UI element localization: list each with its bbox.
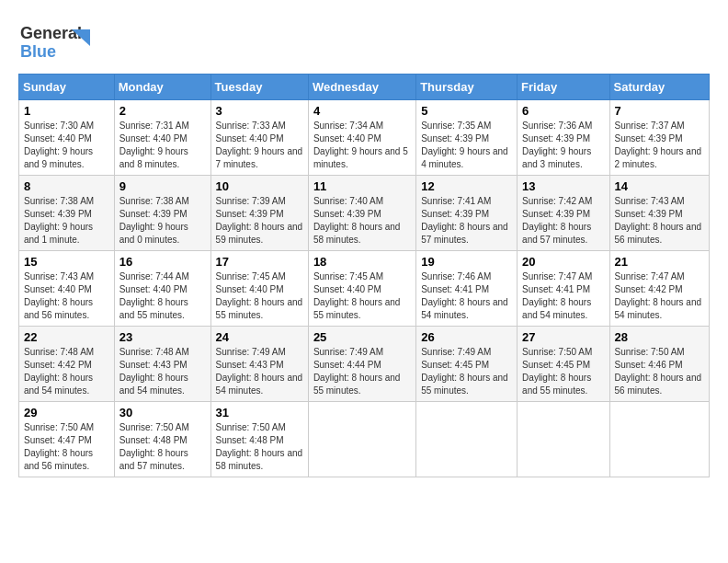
calendar-cell: 27Sunrise: 7:50 AMSunset: 4:45 PMDayligh… xyxy=(518,327,609,402)
day-number: 17 xyxy=(216,255,303,269)
logo: General Blue xyxy=(18,18,101,64)
day-info: Sunrise: 7:35 AMSunset: 4:39 PMDaylight:… xyxy=(421,120,512,171)
calendar-cell: 1Sunrise: 7:30 AMSunset: 4:40 PMDaylight… xyxy=(19,100,115,176)
day-number: 2 xyxy=(119,104,206,118)
day-of-week-header: Thursday xyxy=(416,75,518,100)
calendar-cell: 12Sunrise: 7:41 AMSunset: 4:39 PMDayligh… xyxy=(416,176,518,251)
day-info: Sunrise: 7:46 AMSunset: 4:41 PMDaylight:… xyxy=(421,270,512,322)
calendar-week-row: 22Sunrise: 7:48 AMSunset: 4:42 PMDayligh… xyxy=(19,327,710,402)
day-info: Sunrise: 7:40 AMSunset: 4:39 PMDaylight:… xyxy=(313,195,411,247)
day-info: Sunrise: 7:49 AMSunset: 4:43 PMDaylight:… xyxy=(216,346,303,397)
day-number: 1 xyxy=(24,104,109,118)
calendar-week-row: 15Sunrise: 7:43 AMSunset: 4:40 PMDayligh… xyxy=(19,251,710,327)
day-number: 23 xyxy=(119,330,206,344)
day-info: Sunrise: 7:38 AMSunset: 4:39 PMDaylight:… xyxy=(119,195,206,247)
day-info: Sunrise: 7:31 AMSunset: 4:40 PMDaylight:… xyxy=(119,120,206,171)
day-info: Sunrise: 7:44 AMSunset: 4:40 PMDaylight:… xyxy=(119,270,206,322)
day-number: 25 xyxy=(313,330,411,344)
calendar-cell: 21Sunrise: 7:47 AMSunset: 4:42 PMDayligh… xyxy=(609,251,709,327)
day-number: 14 xyxy=(615,179,704,193)
calendar-cell xyxy=(308,402,415,477)
calendar-cell: 11Sunrise: 7:40 AMSunset: 4:39 PMDayligh… xyxy=(308,176,415,251)
day-info: Sunrise: 7:49 AMSunset: 4:45 PMDaylight:… xyxy=(421,346,512,397)
calendar-week-row: 8Sunrise: 7:38 AMSunset: 4:39 PMDaylight… xyxy=(19,176,710,251)
calendar-cell: 6Sunrise: 7:36 AMSunset: 4:39 PMDaylight… xyxy=(518,100,609,176)
day-number: 13 xyxy=(522,179,604,193)
day-info: Sunrise: 7:36 AMSunset: 4:39 PMDaylight:… xyxy=(522,120,604,171)
day-number: 28 xyxy=(615,330,704,344)
day-info: Sunrise: 7:50 AMSunset: 4:47 PMDaylight:… xyxy=(24,421,109,473)
svg-text:General: General xyxy=(20,24,82,42)
day-of-week-header: Monday xyxy=(114,75,210,100)
calendar-cell: 2Sunrise: 7:31 AMSunset: 4:40 PMDaylight… xyxy=(114,100,210,176)
day-number: 4 xyxy=(313,104,411,118)
day-number: 20 xyxy=(522,255,604,269)
day-info: Sunrise: 7:48 AMSunset: 4:42 PMDaylight:… xyxy=(24,346,109,397)
day-info: Sunrise: 7:50 AMSunset: 4:48 PMDaylight:… xyxy=(119,421,206,473)
calendar-cell: 28Sunrise: 7:50 AMSunset: 4:46 PMDayligh… xyxy=(609,327,709,402)
calendar-week-row: 1Sunrise: 7:30 AMSunset: 4:40 PMDaylight… xyxy=(19,100,710,176)
calendar-cell: 31Sunrise: 7:50 AMSunset: 4:48 PMDayligh… xyxy=(210,402,308,477)
day-number: 19 xyxy=(421,255,512,269)
day-number: 11 xyxy=(313,179,411,193)
day-number: 30 xyxy=(119,406,206,419)
day-number: 6 xyxy=(522,104,604,118)
calendar-cell xyxy=(416,402,518,477)
day-of-week-header: Wednesday xyxy=(308,75,415,100)
day-number: 3 xyxy=(216,104,303,118)
day-info: Sunrise: 7:50 AMSunset: 4:46 PMDaylight:… xyxy=(615,346,704,397)
day-info: Sunrise: 7:38 AMSunset: 4:39 PMDaylight:… xyxy=(24,195,109,247)
calendar-cell: 25Sunrise: 7:49 AMSunset: 4:44 PMDayligh… xyxy=(308,327,415,402)
day-info: Sunrise: 7:47 AMSunset: 4:41 PMDaylight:… xyxy=(522,270,604,322)
day-number: 22 xyxy=(24,330,109,344)
day-info: Sunrise: 7:43 AMSunset: 4:39 PMDaylight:… xyxy=(615,195,704,247)
calendar-cell: 3Sunrise: 7:33 AMSunset: 4:40 PMDaylight… xyxy=(210,100,308,176)
calendar-header-row: SundayMondayTuesdayWednesdayThursdayFrid… xyxy=(19,75,710,100)
calendar-cell: 7Sunrise: 7:37 AMSunset: 4:39 PMDaylight… xyxy=(609,100,709,176)
day-number: 10 xyxy=(216,179,303,193)
day-info: Sunrise: 7:50 AMSunset: 4:45 PMDaylight:… xyxy=(522,346,604,397)
day-number: 31 xyxy=(216,406,303,419)
calendar-cell: 24Sunrise: 7:49 AMSunset: 4:43 PMDayligh… xyxy=(210,327,308,402)
day-info: Sunrise: 7:41 AMSunset: 4:39 PMDaylight:… xyxy=(421,195,512,247)
day-number: 18 xyxy=(313,255,411,269)
day-number: 29 xyxy=(24,406,109,419)
day-number: 24 xyxy=(216,330,303,344)
day-number: 16 xyxy=(119,255,206,269)
day-info: Sunrise: 7:45 AMSunset: 4:40 PMDaylight:… xyxy=(313,270,411,322)
day-of-week-header: Tuesday xyxy=(210,75,308,100)
calendar-cell: 29Sunrise: 7:50 AMSunset: 4:47 PMDayligh… xyxy=(19,402,115,477)
calendar-week-row: 29Sunrise: 7:50 AMSunset: 4:47 PMDayligh… xyxy=(19,402,710,477)
calendar-cell: 10Sunrise: 7:39 AMSunset: 4:39 PMDayligh… xyxy=(210,176,308,251)
calendar-cell: 16Sunrise: 7:44 AMSunset: 4:40 PMDayligh… xyxy=(114,251,210,327)
calendar-cell xyxy=(518,402,609,477)
calendar-cell: 26Sunrise: 7:49 AMSunset: 4:45 PMDayligh… xyxy=(416,327,518,402)
calendar-cell: 4Sunrise: 7:34 AMSunset: 4:40 PMDaylight… xyxy=(308,100,415,176)
svg-text:Blue: Blue xyxy=(20,42,56,61)
day-info: Sunrise: 7:45 AMSunset: 4:40 PMDaylight:… xyxy=(216,270,303,322)
day-info: Sunrise: 7:42 AMSunset: 4:39 PMDaylight:… xyxy=(522,195,604,247)
day-number: 27 xyxy=(522,330,604,344)
logo-svg: General Blue xyxy=(18,18,101,64)
calendar-cell: 13Sunrise: 7:42 AMSunset: 4:39 PMDayligh… xyxy=(518,176,609,251)
day-info: Sunrise: 7:48 AMSunset: 4:43 PMDaylight:… xyxy=(119,346,206,397)
day-info: Sunrise: 7:43 AMSunset: 4:40 PMDaylight:… xyxy=(24,270,109,322)
day-info: Sunrise: 7:34 AMSunset: 4:40 PMDaylight:… xyxy=(313,120,411,171)
calendar-cell: 20Sunrise: 7:47 AMSunset: 4:41 PMDayligh… xyxy=(518,251,609,327)
calendar-cell: 9Sunrise: 7:38 AMSunset: 4:39 PMDaylight… xyxy=(114,176,210,251)
day-number: 21 xyxy=(615,255,704,269)
calendar-cell: 17Sunrise: 7:45 AMSunset: 4:40 PMDayligh… xyxy=(210,251,308,327)
day-number: 7 xyxy=(615,104,704,118)
calendar-cell xyxy=(609,402,709,477)
calendar-cell: 19Sunrise: 7:46 AMSunset: 4:41 PMDayligh… xyxy=(416,251,518,327)
calendar-cell: 23Sunrise: 7:48 AMSunset: 4:43 PMDayligh… xyxy=(114,327,210,402)
day-number: 26 xyxy=(421,330,512,344)
calendar-cell: 14Sunrise: 7:43 AMSunset: 4:39 PMDayligh… xyxy=(609,176,709,251)
day-info: Sunrise: 7:30 AMSunset: 4:40 PMDaylight:… xyxy=(24,120,109,171)
calendar-cell: 5Sunrise: 7:35 AMSunset: 4:39 PMDaylight… xyxy=(416,100,518,176)
day-number: 9 xyxy=(119,179,206,193)
day-of-week-header: Sunday xyxy=(19,75,115,100)
calendar-cell: 18Sunrise: 7:45 AMSunset: 4:40 PMDayligh… xyxy=(308,251,415,327)
day-info: Sunrise: 7:39 AMSunset: 4:39 PMDaylight:… xyxy=(216,195,303,247)
calendar-cell: 8Sunrise: 7:38 AMSunset: 4:39 PMDaylight… xyxy=(19,176,115,251)
